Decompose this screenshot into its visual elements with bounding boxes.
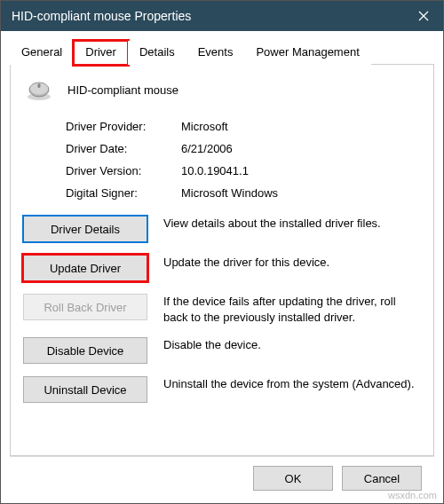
ok-button[interactable]: OK bbox=[253, 466, 333, 491]
uninstall-device-button[interactable]: Uninstall Device bbox=[23, 376, 147, 403]
dialog-footer: OK Cancel bbox=[10, 456, 434, 503]
provider-value: Microsoft bbox=[181, 120, 228, 133]
mouse-icon bbox=[23, 77, 55, 102]
tab-strip: General Driver Details Events Power Mana… bbox=[10, 40, 434, 65]
uninstall-device-desc: Uninstall the device from the system (Ad… bbox=[163, 376, 421, 392]
svg-rect-5 bbox=[38, 83, 41, 88]
date-label: Driver Date: bbox=[66, 142, 181, 155]
tab-body-driver: HID-compliant mouse Driver Provider: Mic… bbox=[10, 65, 434, 456]
tab-driver[interactable]: Driver bbox=[74, 41, 128, 65]
watermark: wsxdn.com bbox=[388, 490, 437, 500]
properties-window: HID-compliant mouse Properties General D… bbox=[0, 0, 444, 504]
tab-details[interactable]: Details bbox=[128, 41, 186, 65]
close-icon bbox=[418, 11, 429, 21]
device-header: HID-compliant mouse bbox=[23, 77, 421, 102]
update-driver-desc: Update the driver for this device. bbox=[163, 255, 421, 271]
close-button[interactable] bbox=[404, 1, 443, 31]
device-name: HID-compliant mouse bbox=[67, 83, 178, 97]
version-label: Driver Version: bbox=[66, 164, 181, 177]
window-title: HID-compliant mouse Properties bbox=[12, 9, 404, 23]
rollback-driver-desc: If the device fails after updating the d… bbox=[163, 294, 421, 325]
provider-label: Driver Provider: bbox=[66, 120, 181, 133]
tab-events[interactable]: Events bbox=[186, 41, 245, 65]
disable-device-desc: Disable the device. bbox=[163, 337, 421, 353]
signer-value: Microsoft Windows bbox=[181, 186, 278, 200]
driver-details-desc: View details about the installed driver … bbox=[163, 216, 421, 232]
version-value: 10.0.19041.1 bbox=[181, 164, 249, 177]
date-value: 6/21/2006 bbox=[181, 142, 233, 155]
update-driver-button[interactable]: Update Driver bbox=[23, 255, 147, 281]
driver-info: Driver Provider: Microsoft Driver Date: … bbox=[66, 120, 421, 200]
signer-label: Digital Signer: bbox=[66, 186, 181, 200]
driver-details-button[interactable]: Driver Details bbox=[23, 216, 147, 242]
cancel-button[interactable]: Cancel bbox=[342, 466, 422, 491]
disable-device-button[interactable]: Disable Device bbox=[23, 337, 147, 364]
tab-power-management[interactable]: Power Management bbox=[244, 41, 370, 65]
titlebar: HID-compliant mouse Properties bbox=[1, 1, 443, 31]
tab-general[interactable]: General bbox=[10, 41, 74, 65]
rollback-driver-button: Roll Back Driver bbox=[23, 294, 147, 320]
content-area: General Driver Details Events Power Mana… bbox=[1, 31, 443, 503]
